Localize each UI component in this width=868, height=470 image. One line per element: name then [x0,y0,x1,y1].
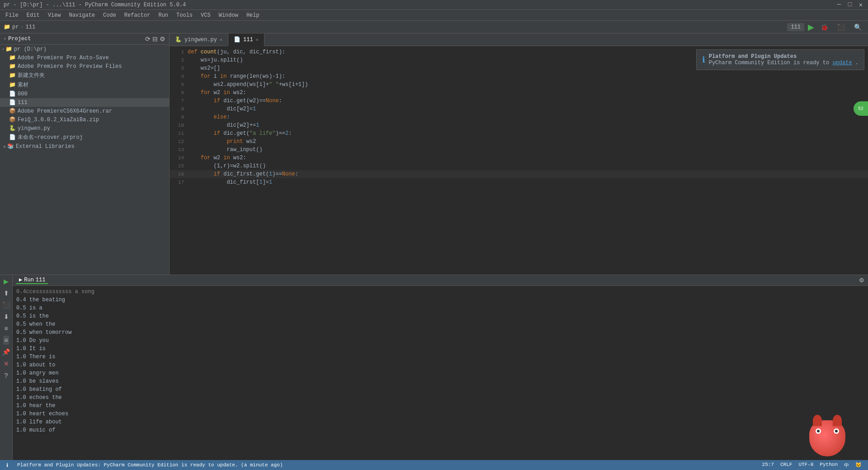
run-output-line-16: 1.0 life about [16,418,864,426]
tree-item-new-folder[interactable]: 📁 新建文件夹 [0,71,169,80]
run-output-line-13: 1.0 echoes the [16,394,864,402]
title-bar: pr - [D:\pr] - ...\111 - PyCharm Communi… [0,0,868,10]
code-line-6: 6 for w2 in ws2: [170,89,868,97]
tree-root[interactable]: ▾ 📁 pr (D:\pr) [0,45,169,53]
coverage-button[interactable]: ⬛ [835,23,848,32]
tab-close-111[interactable]: ✕ [256,37,259,43]
menu-navigate[interactable]: Navigate [65,11,99,19]
run-stop-button[interactable]: ⬛ [1,300,11,309]
code-line-8: 8 dic[w2]=1 [170,105,868,113]
menu-tools[interactable]: Tools [173,11,196,19]
close-button[interactable]: ✕ [857,1,864,9]
run-rerun-button[interactable]: ⬆ [3,289,10,298]
tree-item-000[interactable]: 📄 000 [0,90,169,98]
run-output-line-8: 1.0 There is [16,353,864,361]
menu-code[interactable]: Code [99,11,120,19]
run-panel-content[interactable]: 0.4ccesssssssssss a song 0.4 the beating… [13,286,868,460]
run-button[interactable]: ▶ [808,22,814,32]
tree-item-adobe-preview[interactable]: 📁 Adobe Premiere Pro Preview Files [0,62,169,71]
code-line-5: 5 ws2.append(ws[i]+" "+ws[i+1]) [170,81,868,89]
minimize-button[interactable]: ─ [835,1,843,9]
code-editor[interactable]: 1 def count(ju, dic, dic_first): 2 ws=ju… [170,46,868,275]
status-encoding[interactable]: UTF-8 [796,462,816,469]
run-output-line-14: 1.0 hear the [16,402,864,410]
tab-close-yingwen[interactable]: ✕ [220,37,222,43]
status-right: 25:7 CRLF UTF-8 Python 中 🐱 [760,462,864,469]
menu-help[interactable]: Help [243,11,263,19]
tree-item-yingwen[interactable]: 🐍 yingwen.py [0,124,169,133]
menu-view[interactable]: View [44,11,65,19]
breadcrumb: 📁 pr › 111 [4,24,35,30]
debug-button[interactable]: 🐞 [818,23,831,32]
python-file-icon: 🐍 [9,125,16,132]
run-config-selector[interactable]: 111 [787,23,804,31]
tree-item-premiere-rar[interactable]: 📦 Adobe PremiereCS6X64Green.rar [0,107,169,115]
tree-arrow-icon: ▾ [2,47,5,52]
sidebar-settings-button[interactable]: ⚙ [160,35,165,43]
run-panel-sidebar: ▶ ⬆ ⬛ ⬇ ≡ ≡ 📌 ✕ ? [0,275,13,460]
run-play-button[interactable]: ▶ [3,277,9,286]
file-icon: 📦 [9,108,16,114]
run-pin-button[interactable]: 📌 [1,347,11,356]
mascot-eye-left [816,428,821,434]
file-icon: 📦 [9,116,16,123]
run-clear-button[interactable]: ✕ [3,359,10,368]
run-step-button[interactable]: ⬇ [3,312,10,321]
notification-content: Platform and Plugin Updates PyCharm Comm… [709,53,859,66]
maximize-button[interactable]: □ [846,1,854,9]
code-line-12: 12 print ws2 [170,138,868,146]
run-output-line-3: 0.5 is the [16,312,864,320]
tree-item-ext-libs[interactable]: ▶ 📚 External Libraries [0,142,169,151]
green-widget-label: 52 [858,106,863,111]
status-cursor[interactable]: 25:7 [760,462,777,469]
folder-icon: 📁 [9,81,16,88]
run-settings-button[interactable]: ⚙ [859,277,864,284]
tree-item-feiq[interactable]: 📦 FeiQ_3.0.0.2_XiaZaiBa.zip [0,115,169,124]
run-help-button[interactable]: ? [4,371,9,380]
run-output-line-11: 1.0 be slaves [16,377,864,385]
status-line-ending[interactable]: CRLF [778,462,795,469]
mascot-pupil-right [835,430,838,432]
tree-arrow-icon: ▶ [4,144,6,149]
tree-item-sucai[interactable]: 📁 素材 [0,80,169,90]
run-panel-main: ▶ Run 111 ⚙ 0.4ccesssssssssss a song 0.4… [13,275,868,460]
run-output-line-10: 1.0 angry men [16,369,864,377]
tree-item-111[interactable]: 📄 111 [0,98,169,107]
menu-file[interactable]: File [2,11,22,19]
code-line-13: 13 raw_input() [170,146,868,154]
tree-item-adobe-autosave[interactable]: 📁 Adobe Premiere Pro Auto-Save [0,53,169,62]
code-line-15: 15 (1,r)=w2.split() [170,162,868,170]
tabs-bar: 🐍 yingwen.py ✕ 📄 111 ✕ [170,33,868,46]
tab-111[interactable]: 📄 111 ✕ [228,33,264,46]
menu-window[interactable]: Window [215,11,242,19]
search-everywhere-button[interactable]: 🔍 [851,23,864,32]
status-lang[interactable]: Python [817,462,840,469]
run-scroll-button[interactable]: ≡ [3,324,9,333]
code-line-7: 7 if dic.get(w2)==None: [170,97,868,105]
run-scroll-end-button[interactable]: ≡ [3,336,9,345]
file-icon: 📄 [9,90,16,97]
menu-refactor[interactable]: Refactor [121,11,154,19]
notification-link[interactable]: update [832,60,852,66]
code-line-9: 9 else: [170,113,868,121]
sidebar-collapse-all-button[interactable]: ⊟ [152,35,158,43]
green-widget[interactable]: 52 [854,101,868,116]
run-output-line-1: 0.4 the beating [16,296,864,304]
breadcrumb-file[interactable]: 111 [26,24,36,30]
breadcrumb-folder-icon: 📁 [4,24,10,30]
sidebar-sync-button[interactable]: ⟳ [145,35,151,43]
ext-libs-icon: 📚 [7,143,14,150]
run-panel-header: ▶ Run 111 ⚙ [13,275,868,286]
status-updates-icon: ℹ [4,462,11,468]
menu-edit[interactable]: Edit [23,11,43,19]
run-tab-run[interactable]: ▶ Run 111 [16,276,48,284]
menu-run[interactable]: Run [155,11,172,19]
tree-item-unnamed[interactable]: 📄 未命名~recover.prproj [0,133,169,142]
mascot-pupil-left [817,430,820,432]
run-output-truncated: 0.4ccesssssssssss a song [16,288,864,296]
tab-yingwen[interactable]: 🐍 yingwen.py ✕ [170,33,228,46]
breadcrumb-root[interactable]: pr [12,24,19,30]
title-text: pr - [D:\pr] - ...\111 - PyCharm Communi… [4,2,186,8]
folder-icon: 📁 [9,54,16,61]
menu-vcs[interactable]: VCS [197,11,214,19]
